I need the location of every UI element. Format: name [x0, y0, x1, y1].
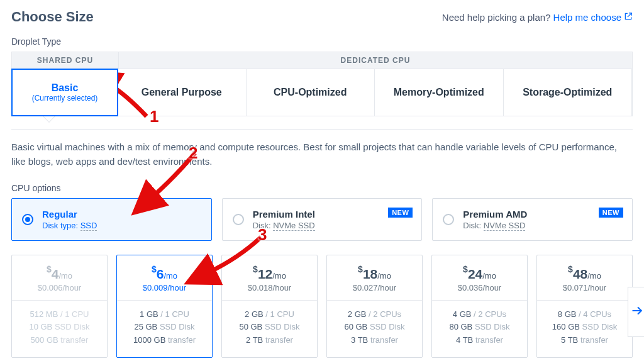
- help-me-choose-link[interactable]: Help me choose: [553, 12, 633, 23]
- plan-card-18[interactable]: $18/mo $0.027/hour 2 GB / 2 CPUs 60 GB S…: [326, 255, 423, 358]
- cpu-options-row: Regular Disk type: SSD Premium Intel Dis…: [11, 198, 633, 241]
- tab-memory-optimized[interactable]: Memory-Optimized: [375, 69, 504, 116]
- tab-basic-sublabel: (Currently selected): [32, 94, 98, 103]
- tab-storage-optimized[interactable]: Storage-Optimized: [504, 69, 633, 116]
- radio-premium-amd[interactable]: [443, 214, 454, 225]
- plan-hour: $0.036/hour: [437, 283, 522, 292]
- plan-card-12[interactable]: $12/mo $0.018/hour 2 GB / 1 CPU 50 GB SS…: [221, 255, 318, 358]
- dedicated-cpu-header: DEDICATED CPU: [119, 52, 632, 69]
- radio-premium-intel[interactable]: [233, 214, 244, 225]
- cpu-card-premium-amd[interactable]: Premium AMD Disk: NVMe SSD NEW: [432, 198, 633, 241]
- type-header: SHARED CPU DEDICATED CPU: [11, 52, 633, 69]
- cpu-options-label: CPU options: [11, 183, 633, 193]
- tab-basic-label: Basic: [52, 82, 79, 94]
- tab-cpu-optimized-label: CPU-Optimized: [274, 87, 347, 98]
- plan-row: $4/mo $0.006/hour 512 MB / 1 CPU 10 GB S…: [11, 255, 633, 358]
- plan-hour: $0.006/hour: [17, 283, 102, 292]
- tab-memory-optimized-label: Memory-Optimized: [394, 87, 484, 98]
- cpu-premium-intel-sub: Disk: NVMe SSD: [253, 221, 315, 230]
- divider: [11, 129, 633, 130]
- plan-card-48[interactable]: $48/mo $0.071/hour 8 GB / 4 CPUs 160 GB …: [536, 255, 633, 358]
- cpu-regular-sub: Disk type: SSD: [42, 221, 97, 230]
- plan-hour: $0.018/hour: [227, 283, 312, 292]
- cpu-regular-title: Regular: [42, 209, 97, 219]
- tab-cpu-optimized[interactable]: CPU-Optimized: [247, 69, 375, 116]
- tab-general-purpose-label: General Purpose: [142, 87, 222, 98]
- new-badge: NEW: [599, 208, 623, 218]
- cpu-premium-intel-title: Premium Intel: [253, 209, 315, 219]
- plan-card-4[interactable]: $4/mo $0.006/hour 512 MB / 1 CPU 10 GB S…: [11, 255, 108, 358]
- plan-hour: $0.027/hour: [332, 283, 417, 292]
- help-prefix: Need help picking a plan?: [442, 12, 553, 23]
- external-link-icon: [624, 12, 633, 23]
- radio-regular[interactable]: [22, 214, 33, 225]
- plan-hour: $0.071/hour: [542, 283, 627, 292]
- droplet-type-label: Droplet Type: [11, 36, 633, 47]
- plan-hour: $0.009/hour: [122, 283, 207, 292]
- plan-card-24[interactable]: $24/mo $0.036/hour 4 GB / 2 CPUs 80 GB S…: [431, 255, 528, 358]
- shared-cpu-header: SHARED CPU: [12, 52, 119, 69]
- cpu-card-premium-intel[interactable]: Premium Intel Disk: NVMe SSD NEW: [222, 198, 423, 241]
- droplet-type-tabs: Basic (Currently selected) General Purpo…: [11, 69, 633, 116]
- new-badge: NEW: [388, 208, 413, 218]
- scroll-right-button[interactable]: [628, 287, 644, 337]
- help-text: Need help picking a plan? Help me choose: [442, 12, 633, 23]
- page-title: Choose Size: [11, 9, 94, 25]
- tab-basic[interactable]: Basic (Currently selected): [11, 69, 118, 116]
- cpu-card-regular[interactable]: Regular Disk type: SSD: [11, 198, 212, 241]
- arrow-right-icon: [631, 304, 643, 320]
- tab-storage-optimized-label: Storage-Optimized: [523, 87, 612, 98]
- tab-general-purpose[interactable]: General Purpose: [118, 69, 247, 116]
- plan-card-6[interactable]: $6/mo $0.009/hour 1 GB / 1 CPU 25 GB SSD…: [116, 255, 213, 358]
- cpu-premium-amd-title: Premium AMD: [463, 209, 527, 219]
- plan-description: Basic virtual machines with a mix of mem…: [11, 140, 633, 169]
- cpu-premium-amd-sub: Disk: NVMe SSD: [463, 221, 527, 230]
